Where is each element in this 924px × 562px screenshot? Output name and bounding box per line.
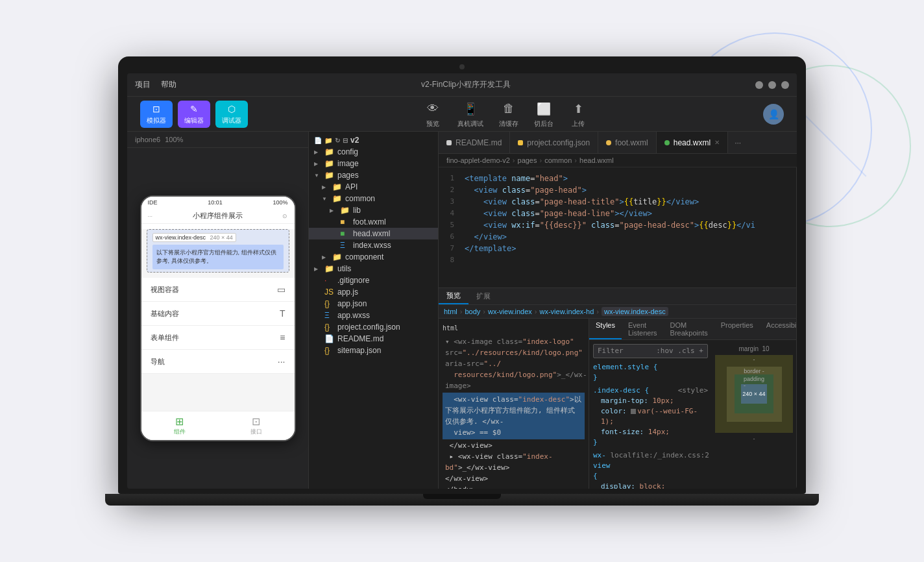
- highlight-label: wx-view.index-desc 240 × 44: [152, 233, 236, 242]
- laptop-base: [105, 494, 819, 506]
- breadcrumb-item-0[interactable]: fino-applet-demo-v2: [446, 156, 510, 164]
- tree-item-pages[interactable]: ▼ 📁 pages: [309, 169, 438, 181]
- collapse-icon[interactable]: ⊟: [343, 137, 348, 144]
- editor-split: 1 <template name="head"> 2 <view class="…: [439, 167, 797, 489]
- code-content[interactable]: 1 <template name="head"> 2 <view class="…: [439, 167, 796, 287]
- phone-bottom-component[interactable]: ⊞ 组件: [141, 411, 218, 440]
- styles-tab-styles[interactable]: Styles: [589, 319, 622, 339]
- tree-item-sitemap[interactable]: ▶ {} sitemap.json: [309, 345, 438, 356]
- maximize-button[interactable]: [768, 81, 776, 89]
- switch-backend-label: 切后台: [534, 119, 553, 128]
- styles-content: Filter :hov .cls + element.style { }: [589, 340, 796, 489]
- tree-item-config[interactable]: ▶ 📁 config: [309, 146, 438, 158]
- styles-tab-properties[interactable]: Properties: [714, 319, 760, 339]
- tab-head-wxml[interactable]: head.wxml ✕: [657, 132, 728, 153]
- explorer-toolbar-icons: 📄 📁 ↻ ⊟: [314, 137, 348, 144]
- styles-tabs: Styles Event Listeners DOM Breakpoints P…: [589, 319, 796, 340]
- tree-item-common[interactable]: ▼ 📁 common: [309, 193, 438, 204]
- debug-button[interactable]: ⬡ 调试器: [215, 101, 248, 128]
- phone-app-title: 小程序组件展示: [193, 211, 243, 221]
- new-file-icon[interactable]: 📄: [314, 137, 322, 144]
- refresh-icon[interactable]: ↻: [335, 137, 340, 144]
- code-line-4: 4 <view class="page-head-line"></view>: [439, 208, 796, 219]
- close-button[interactable]: [781, 81, 789, 89]
- tree-item-foot-wxml[interactable]: ▶ ■ foot.wxml: [309, 216, 438, 228]
- filter-label: Filter: [598, 346, 624, 356]
- dom-tag-wx-hd[interactable]: wx-view.index-hd: [540, 308, 594, 315]
- editor-button[interactable]: ✎ 编辑器: [178, 101, 210, 128]
- upload-icon: ⬆: [569, 100, 587, 118]
- breadcrumb-item-1[interactable]: pages: [518, 156, 537, 164]
- editor-area: README.md project.config.json foot.wxml: [439, 132, 797, 489]
- tree-item-utils[interactable]: ▶ 📁 utils: [309, 263, 438, 275]
- titlebar-title: v2-FinClip小程序开发工具: [176, 79, 755, 90]
- code-line-7: 7 </template>: [439, 243, 796, 254]
- box-model-padding: padding - 240 × 44: [735, 374, 773, 413]
- tree-item-gitignore[interactable]: ▶ · .gitignore: [309, 275, 438, 286]
- tree-item-app-json[interactable]: ▶ {} app.json: [309, 298, 438, 310]
- styles-tab-event-listeners[interactable]: Event Listeners: [622, 319, 664, 339]
- tree-item-image[interactable]: ▶ 📁 image: [309, 158, 438, 169]
- menu-item-project[interactable]: 项目: [135, 79, 151, 90]
- pseudo-filter[interactable]: :hov .cls +: [656, 346, 703, 356]
- box-model-border: border - padding - 240 × 44: [727, 367, 782, 422]
- tree-item-readme[interactable]: ▶ 📄 README.md: [309, 333, 438, 345]
- simulator-icon: ⊡: [151, 103, 162, 115]
- real-device-action[interactable]: 📱 真机调试: [457, 100, 483, 128]
- app-window: 项目 帮助 v2-FinClip小程序开发工具 ⊡: [127, 73, 797, 489]
- user-avatar[interactable]: 👤: [763, 104, 784, 125]
- phone-bottom-api[interactable]: ⊡ 接口: [218, 411, 295, 440]
- menu-item-help[interactable]: 帮助: [161, 79, 176, 90]
- upload-action[interactable]: ⬆ 上传: [569, 100, 587, 128]
- new-folder-icon[interactable]: 📁: [324, 137, 332, 144]
- box-model-padding-label: padding -: [744, 376, 764, 389]
- laptop-notch: [423, 494, 501, 499]
- styles-tab-dom-breakpoints[interactable]: DOM Breakpoints: [664, 319, 714, 339]
- tree-item-app-js[interactable]: ▶ JS app.js: [309, 286, 438, 298]
- tree-item-index-wxss[interactable]: ▶ Ξ index.wxss: [309, 239, 438, 251]
- tree-item-app-wxss[interactable]: ▶ Ξ app.wxss: [309, 310, 438, 321]
- tree-item-api[interactable]: ▶ 📁 API: [309, 181, 438, 193]
- phone-status-bar: IDE 10:01 100%: [141, 197, 295, 208]
- phone-signal: IDE: [148, 199, 158, 206]
- minimize-button[interactable]: [755, 81, 763, 89]
- dom-tag-wx-desc[interactable]: wx-view.index-desc: [602, 307, 668, 316]
- laptop-display: 项目 帮助 v2-FinClip小程序开发工具 ⊡: [127, 73, 797, 489]
- breadcrumb-item-2[interactable]: common: [544, 156, 572, 164]
- styles-filter[interactable]: Filter :hov .cls +: [593, 344, 708, 358]
- tab-foot-wxml[interactable]: foot.wxml: [598, 132, 657, 153]
- styles-left: Filter :hov .cls + element.style { }: [589, 340, 712, 489]
- styles-tab-accessibility[interactable]: Accessibility: [760, 319, 796, 339]
- breadcrumb-item-3[interactable]: head.wxml: [579, 156, 614, 164]
- file-explorer: 📄 📁 ↻ ⊟ v2 ▶ 📁 config: [309, 132, 439, 489]
- phone-bottom-nav: ⊞ 组件 ⊡ 接口: [141, 411, 295, 440]
- code-line-1: 1 <template name="head">: [439, 173, 796, 184]
- tree-item-component[interactable]: ▶ 📁 component: [309, 251, 438, 263]
- device-info: iphone6 100%: [127, 132, 308, 148]
- code-line-2: 2 <view class="page-head">: [439, 184, 796, 196]
- real-device-label: 真机调试: [457, 119, 483, 128]
- toolbar-center: 👁 预览 📱 真机调试 🗑 清缓存 ⬜ 切: [248, 100, 763, 128]
- tree-item-project-config[interactable]: ▶ {} project.config.json: [309, 321, 438, 333]
- dom-tag-html[interactable]: html: [444, 308, 457, 315]
- dom-tag-wx-index[interactable]: wx-view.index: [488, 308, 532, 315]
- dom-tag-body[interactable]: body: [465, 308, 480, 315]
- tab-close-icon[interactable]: ✕: [714, 139, 720, 146]
- tab-readme[interactable]: README.md: [439, 132, 510, 153]
- simulator-button[interactable]: ⊡ 模拟器: [140, 101, 173, 128]
- toolbar-left: ⊡ 模拟器 ✎ 编辑器 ⬡ 调试器: [140, 101, 248, 128]
- clear-cache-label: 清缓存: [499, 119, 518, 128]
- tree-item-head-wxml[interactable]: ▶ ■ head.wxml: [309, 228, 438, 239]
- phone-battery: 100%: [273, 199, 287, 206]
- main-area: iphone6 100% IDE 10:01 100%: [127, 132, 797, 489]
- tab-more-button[interactable]: ···: [728, 138, 748, 147]
- tab-project-config[interactable]: project.config.json: [510, 132, 598, 153]
- debug-label: 调试器: [222, 116, 241, 125]
- clear-cache-action[interactable]: 🗑 清缓存: [499, 100, 518, 128]
- panel-tab-extra[interactable]: 扩展: [468, 289, 498, 304]
- preview-action[interactable]: 👁 预览: [424, 100, 442, 128]
- panel-tab-preview[interactable]: 预览: [439, 288, 468, 304]
- tree-item-lib[interactable]: ▶ 📁 lib: [309, 204, 438, 216]
- switch-backend-action[interactable]: ⬜ 切后台: [534, 100, 553, 128]
- phone-time: 10:01: [208, 199, 223, 206]
